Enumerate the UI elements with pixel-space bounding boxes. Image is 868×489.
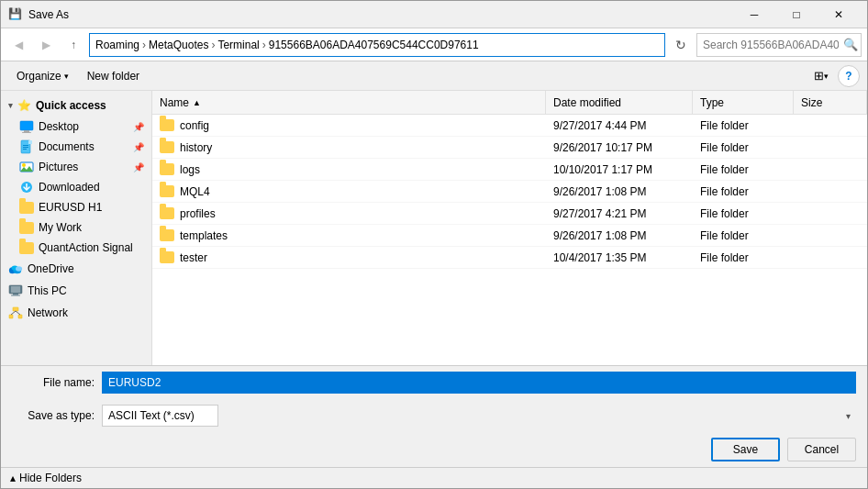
filename-input[interactable] [102, 372, 856, 394]
onedrive-icon [8, 261, 23, 276]
file-type: File folder [693, 115, 794, 136]
savetype-row: Save as type: ASCII Text (*.csv) ▾ [1, 399, 867, 432]
save-as-dialog: 💾 Save As ─ □ ✕ ◀ ▶ ↑ Roaming › MetaQuot… [0, 0, 868, 489]
file-date: 9/26/2017 1:08 PM [546, 181, 693, 202]
pin-icon: 📌 [133, 122, 144, 132]
view-options-button[interactable]: ⊞ ▾ [808, 65, 834, 87]
new-folder-button[interactable]: New folder [79, 65, 148, 87]
file-row[interactable]: tester 10/4/2017 1:35 PM File folder [152, 247, 867, 269]
sidebar-item-this-pc[interactable]: This PC [1, 280, 151, 302]
sidebar-item-network[interactable]: Network [1, 302, 151, 324]
svg-rect-19 [13, 307, 18, 311]
pictures-icon [19, 160, 34, 174]
sidebar-item-my-work[interactable]: My Work [1, 217, 151, 238]
sidebar-item-documents[interactable]: Documents 📌 [1, 137, 151, 157]
file-type: File folder [693, 247, 794, 268]
file-size [794, 247, 867, 268]
svg-rect-4 [28, 140, 32, 144]
forward-button[interactable]: ▶ [34, 33, 58, 57]
file-row[interactable]: MQL4 9/26/2017 1:08 PM File folder [152, 181, 867, 203]
organize-button[interactable]: Organize ▾ [8, 65, 77, 87]
col-header-date[interactable]: Date modified [546, 91, 693, 114]
maximize-button[interactable]: □ [775, 1, 818, 28]
quick-access-icon: ⭐ [17, 98, 31, 113]
search-button[interactable]: 🔍 [841, 36, 860, 54]
refresh-button[interactable]: ↻ [669, 33, 693, 57]
sidebar-item-eurusd[interactable]: EURUSD H1 [1, 197, 151, 217]
help-button[interactable]: ? [838, 65, 860, 87]
sidebar-item-downloaded[interactable]: Downloaded [1, 177, 151, 197]
svg-rect-17 [13, 294, 18, 295]
savetype-select[interactable]: ASCII Text (*.csv) [102, 405, 218, 427]
buttons-row: Save Cancel [1, 432, 867, 467]
file-row[interactable]: logs 10/10/2017 1:17 PM File folder [152, 159, 867, 181]
file-size [794, 159, 867, 180]
sidebar-item-pictures[interactable]: Pictures 📌 [1, 157, 151, 177]
sidebar-item-desktop[interactable]: Desktop 📌 [1, 117, 151, 137]
file-name: config [180, 119, 209, 132]
svg-rect-18 [11, 295, 20, 296]
file-name: tester [180, 251, 207, 264]
folder-icon-eurusd [19, 200, 34, 215]
file-type: File folder [693, 159, 794, 180]
sidebar-item-quantaction[interactable]: QuantAction Signal [1, 238, 151, 258]
close-button[interactable]: ✕ [818, 1, 860, 28]
file-size [794, 115, 867, 136]
svg-rect-0 [20, 121, 33, 130]
file-row[interactable]: profiles 9/27/2017 4:21 PM File folder [152, 203, 867, 225]
cancel-button[interactable]: Cancel [787, 438, 856, 461]
file-size [794, 137, 867, 158]
address-path[interactable]: Roaming › MetaQuotes › Terminal › 915566… [89, 33, 665, 57]
file-type: File folder [693, 203, 794, 224]
title-bar: 💾 Save As ─ □ ✕ [1, 1, 867, 28]
svg-rect-16 [11, 286, 20, 293]
file-date: 9/26/2017 10:17 PM [546, 137, 693, 158]
main-content: ▾ ⭐ Quick access Desktop 📌 [1, 91, 867, 365]
filename-label: File name: [12, 376, 95, 389]
svg-point-14 [16, 266, 22, 271]
this-pc-icon [8, 283, 23, 298]
toolbar: Organize ▾ New folder ⊞ ▾ ? [1, 61, 867, 91]
file-name: templates [180, 229, 228, 242]
file-type: File folder [693, 137, 794, 158]
file-name: MQL4 [180, 185, 210, 198]
window-icon: 💾 [8, 7, 23, 22]
svg-rect-6 [23, 147, 28, 148]
filename-row: File name: [1, 366, 867, 399]
pin-icon-docs: 📌 [133, 142, 144, 152]
save-button[interactable]: Save [711, 438, 780, 461]
select-arrow-icon: ▾ [846, 411, 851, 421]
savetype-label: Save as type: [12, 409, 95, 422]
sidebar-section-quick-access[interactable]: ▾ ⭐ Quick access [1, 94, 151, 117]
documents-icon [19, 139, 34, 154]
back-button[interactable]: ◀ [6, 33, 30, 57]
folder-icon-work [19, 220, 34, 235]
sidebar-item-onedrive[interactable]: OneDrive [1, 258, 151, 280]
file-list-area: Name ▲ Date modified Type Size [152, 91, 867, 365]
file-rows-container: config 9/27/2017 4:44 PM File folder his… [152, 115, 867, 269]
file-date: 9/26/2017 1:08 PM [546, 225, 693, 246]
file-name: profiles [180, 207, 216, 220]
search-input[interactable] [696, 33, 862, 57]
file-row[interactable]: templates 9/26/2017 1:08 PM File folder [152, 225, 867, 247]
file-date: 9/27/2017 4:44 PM [546, 115, 693, 136]
file-size [794, 181, 867, 202]
path-segment-id: 915566BA06ADA407569C544CC0D97611 [269, 39, 479, 51]
window-controls: ─ □ ✕ [733, 1, 860, 28]
hide-folders-row[interactable]: ▴ Hide Folders [1, 467, 867, 488]
window-title: Save As [28, 8, 733, 21]
toolbar-right: ⊞ ▾ ? [808, 65, 860, 87]
hide-folders-chevron: ▴ [10, 472, 16, 484]
up-button[interactable]: ↑ [61, 33, 85, 57]
path-segment-terminal: Terminal [217, 39, 259, 51]
file-row[interactable]: history 9/26/2017 10:17 PM File folder [152, 137, 867, 159]
col-header-name[interactable]: Name ▲ [152, 91, 546, 114]
file-row[interactable]: config 9/27/2017 4:44 PM File folder [152, 115, 867, 137]
col-header-size[interactable]: Size [794, 91, 867, 114]
svg-rect-1 [24, 130, 29, 132]
pin-icon-pics: 📌 [133, 162, 144, 172]
svg-rect-2 [22, 132, 31, 133]
minimize-button[interactable]: ─ [733, 1, 775, 28]
col-header-type[interactable]: Type [693, 91, 794, 114]
path-segment-metaquotes: MetaQuotes [149, 39, 208, 51]
